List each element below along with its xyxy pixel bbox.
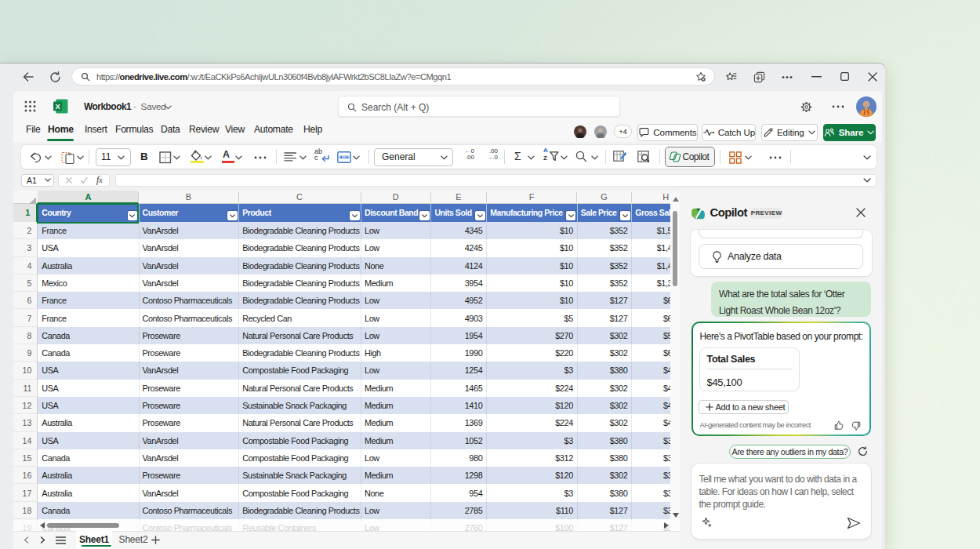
svg-text:X: X [55, 102, 60, 111]
